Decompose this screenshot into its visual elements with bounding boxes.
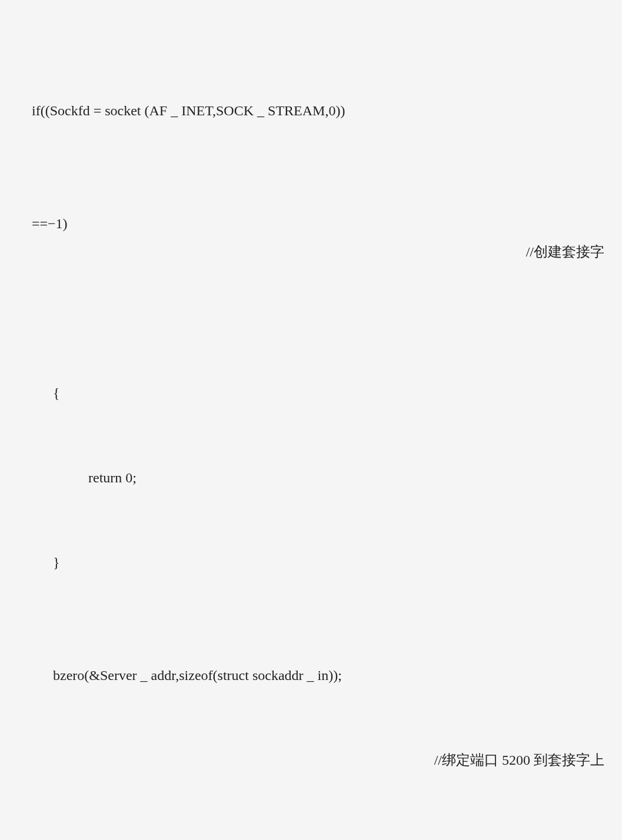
code-line: { (18, 379, 604, 407)
code-line: if((Sockfd = socket (AF _ INET,SOCK _ ST… (18, 96, 604, 125)
code-line: } (18, 548, 604, 576)
code-text: ==−1) (32, 216, 68, 231)
code-line: return 0; (18, 464, 604, 492)
code-block: if((Sockfd = socket (AF _ INET,SOCK _ ST… (18, 12, 604, 840)
code-comment: //创建套接字 (526, 238, 604, 266)
code-line: bzero(&Server _ addr,sizeof(struct socka… (18, 661, 604, 689)
code-comment: //绑定端口 5200 到套接字上 (18, 746, 604, 774)
code-line: ==−1) //创建套接字 (18, 181, 604, 294)
